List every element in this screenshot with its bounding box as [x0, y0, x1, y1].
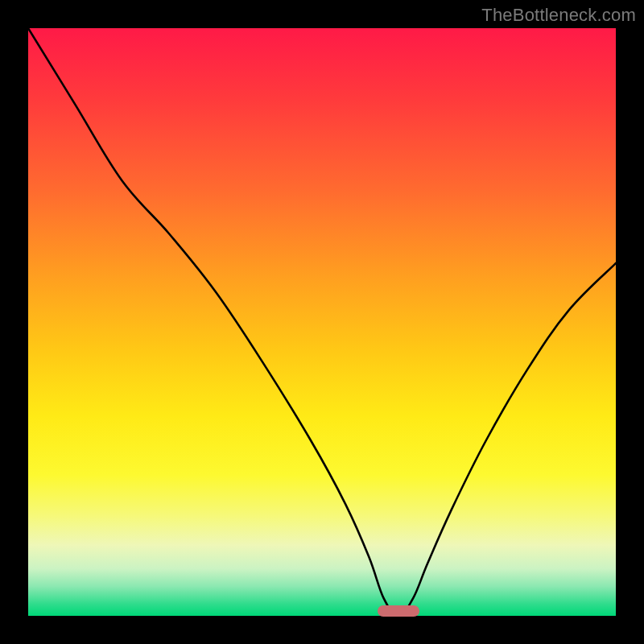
- plot-area: [28, 28, 616, 616]
- bottleneck-curve: [28, 28, 616, 616]
- optimal-marker: [378, 605, 419, 617]
- chart-frame: TheBottleneck.com: [0, 0, 644, 644]
- watermark-text: TheBottleneck.com: [481, 5, 636, 26]
